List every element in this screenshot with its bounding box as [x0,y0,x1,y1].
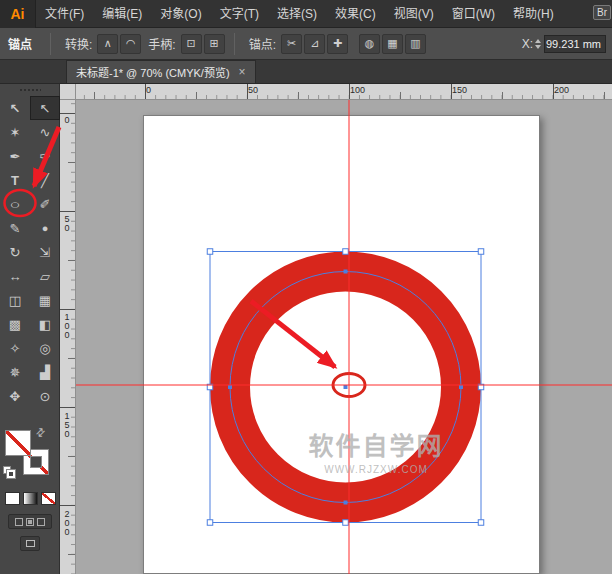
grid-button[interactable]: ▦ [382,34,403,54]
menu-file[interactable]: 文件(F) [36,0,93,28]
rotate-tool[interactable]: ↻ [0,240,30,264]
type-tool[interactable]: T [0,168,30,192]
free-transform-tool-icon: ▱ [40,270,50,283]
separator [50,33,51,55]
grip-dots-icon [19,88,41,93]
control-panel-title: 锚点 [8,35,32,52]
anchor-left[interactable] [228,385,232,389]
convert-to-smooth-button[interactable]: ◠ [120,34,141,54]
menu-select[interactable]: 选择(S) [268,0,326,28]
mesh-tool[interactable]: ▩ [0,312,30,336]
menu-type[interactable]: 文字(T) [211,0,268,28]
menu-object[interactable]: 对象(O) [151,0,210,28]
isolate-button[interactable]: ◍ [359,34,380,54]
bridge-button[interactable]: Br [593,5,611,20]
gradient-tool[interactable]: ◧ [30,312,60,336]
anchor-center[interactable] [344,385,348,389]
x-stepper[interactable] [535,39,541,49]
shape-builder-tool[interactable]: ◫ [0,288,30,312]
drawing-modes-button[interactable] [8,514,52,529]
menu-view[interactable]: 视图(V) [385,0,443,28]
ruler-origin-corner[interactable] [60,84,76,100]
hide-handles-button[interactable]: ⊞ [204,34,225,54]
color-button[interactable] [5,492,20,505]
toolbar-grip[interactable] [0,84,59,96]
free-transform-tool[interactable]: ▱ [30,264,60,288]
vertical-ruler[interactable]: 0 50 100 150 200 [60,100,76,574]
line-segment-tool[interactable]: ╱ [30,168,60,192]
pencil-tool-icon: ✎ [10,222,21,235]
handle-top-left[interactable] [207,249,213,255]
paintbrush-tool[interactable]: ✐ [30,192,60,216]
hand-tool[interactable]: ✥ [0,384,30,408]
x-value-input[interactable]: 99.231 mm [544,35,606,53]
connect-anchors-button[interactable]: ⊿ [304,34,325,54]
selection-tool[interactable]: ↖ [0,96,30,120]
width-tool[interactable]: ↔ [0,264,30,288]
screen-mode-icon [26,540,35,547]
stepper-down-icon[interactable] [535,45,541,49]
anchor-top[interactable] [344,270,348,274]
panel-options-button[interactable]: ▥ [405,34,426,54]
fill-stroke-controls: ⇄ [0,424,60,484]
handle-bottom-left[interactable] [207,520,213,526]
stepper-up-icon[interactable] [535,39,541,43]
magic-wand-tool[interactable]: ✶ [0,120,30,144]
column-graph-tool[interactable]: ▟ [30,360,60,384]
anchor-bottom[interactable] [344,501,348,505]
convert-to-corner-icon: ∧ [104,37,112,50]
pen-tool[interactable]: ✒ [0,144,30,168]
cut-path-button[interactable]: ✚ [327,34,348,54]
convert-to-corner-button[interactable]: ∧ [97,34,118,54]
line-segment-tool-icon: ╱ [41,174,49,187]
pencil-tool[interactable]: ✎ [0,216,30,240]
handle-top-right[interactable] [478,249,484,255]
artwork-layer [76,100,612,574]
menu-edit[interactable]: 编辑(E) [93,0,151,28]
handles-label: 手柄: [148,35,175,52]
panel-options-icon: ▥ [410,37,420,50]
tab-close-icon[interactable]: × [239,65,246,79]
draw-behind-icon[interactable] [26,518,34,526]
blend-tool[interactable]: ◎ [30,336,60,360]
canvas[interactable]: 软件自学网 WWW.RJZXW.COM [76,100,612,574]
stroke-swatch-hole [30,456,42,468]
menu-window[interactable]: 窗口(W) [443,0,504,28]
ellipse-tool-icon: ○ [9,198,20,211]
draw-inside-icon[interactable] [37,518,45,526]
handle-bottom-center[interactable] [343,520,349,526]
pen-add-anchor-tool[interactable]: ✑ [30,144,60,168]
handle-bottom-right[interactable] [478,520,484,526]
zoom-tool[interactable]: ⊙ [30,384,60,408]
direct-selection-tool[interactable]: ↖ [30,96,60,120]
horizontal-ruler[interactable]: 0 50 100 150 200 [76,84,612,100]
direct-selection-tool-icon: ↖ [40,102,51,115]
eyedropper-tool[interactable]: ✧ [0,336,30,360]
hide-handles-icon: ⊞ [210,37,219,50]
fill-swatch[interactable] [5,430,31,456]
ellipse-tool[interactable]: ○ [0,192,30,216]
anchor-right[interactable] [459,385,463,389]
lasso-tool[interactable]: ∿ [30,120,60,144]
remove-anchor-button[interactable]: ✂ [281,34,302,54]
none-button[interactable] [41,492,56,505]
symbol-sprayer-tool[interactable]: ✵ [0,360,30,384]
scale-tool[interactable]: ⇲ [30,240,60,264]
gradient-button[interactable] [23,492,38,505]
menu-effect[interactable]: 效果(C) [326,0,385,28]
blob-brush-tool[interactable]: ● [30,216,60,240]
draw-normal-icon[interactable] [15,518,23,526]
blob-brush-tool-icon: ● [42,223,49,234]
pen-tool-icon: ✒ [10,150,21,163]
shape-builder-tool-icon: ◫ [9,294,21,307]
document-tab[interactable]: 未标题-1* @ 70% (CMYK/预览) × [66,60,256,83]
drawing-modes-row [0,514,60,529]
handle-top-center[interactable] [343,249,349,255]
screen-mode-button[interactable] [20,536,40,551]
show-handles-button[interactable]: ⊡ [181,34,202,54]
swap-fill-stroke-icon[interactable]: ⇄ [33,425,49,441]
document-tab-bar: 未标题-1* @ 70% (CMYK/预览) × [0,60,612,84]
perspective-grid-tool[interactable]: ▦ [30,288,60,312]
menu-help[interactable]: 帮助(H) [504,0,563,28]
default-fill-stroke-icon[interactable] [3,466,16,479]
